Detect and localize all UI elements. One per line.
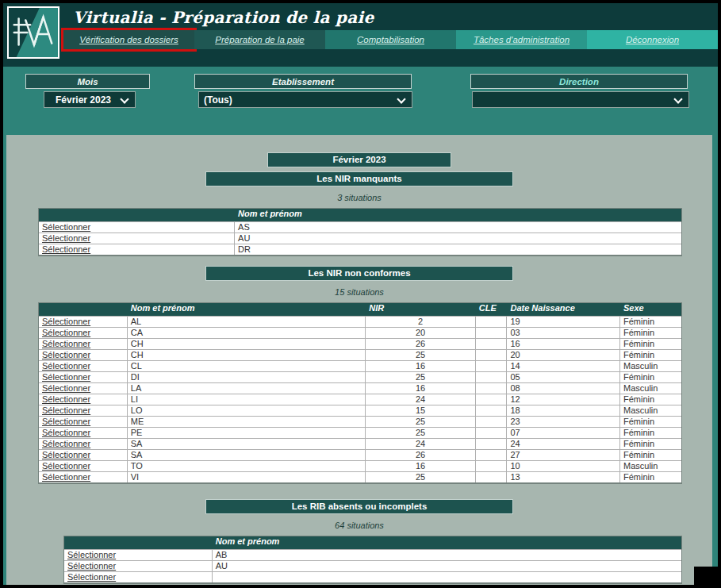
action-cell[interactable]: Sélectionner (39, 417, 128, 427)
data-cell: AU (213, 561, 681, 571)
select-link[interactable]: Sélectionner (42, 394, 90, 404)
data-cell: Masculin (620, 383, 681, 394)
action-cell[interactable]: Sélectionner (39, 222, 235, 233)
table-header-row: Nom et prénom (64, 536, 681, 549)
action-cell[interactable]: Sélectionner (39, 317, 128, 327)
action-cell[interactable]: Sélectionner (39, 372, 128, 382)
action-cell[interactable]: Sélectionner (39, 361, 128, 371)
action-cell[interactable]: Sélectionner (39, 472, 128, 482)
table-row: SélectionnerCL1614Masculin (39, 360, 681, 371)
data-cell: 26 (366, 450, 476, 460)
select-link[interactable]: Sélectionner (42, 428, 90, 437)
data-cell (476, 361, 508, 371)
data-cell: 08 (507, 383, 620, 394)
tab-deconnexion[interactable]: Déconnexion (587, 30, 718, 49)
nav-tabs: Vérification des dossiersPréparation de … (63, 30, 718, 49)
action-cell[interactable]: Sélectionner (39, 405, 128, 416)
select-link[interactable]: Sélectionner (42, 450, 90, 459)
data-cell: Féminin (620, 317, 681, 327)
action-cell[interactable]: Sélectionner (39, 439, 128, 449)
select-link[interactable]: Sélectionner (42, 328, 90, 337)
table-row: SélectionnerSA2627Féminin (39, 449, 681, 460)
column-header (64, 536, 213, 549)
table-row: SélectionnerTO1610Masculin (39, 460, 681, 471)
select-link[interactable]: Sélectionner (42, 372, 90, 382)
data-cell: Féminin (620, 428, 681, 438)
data-cell (476, 439, 508, 449)
data-cell: Féminin (620, 372, 681, 382)
table-header-row: Nom et prénomNIRCLEDate NaissanceSexe (39, 303, 681, 316)
select-link[interactable]: Sélectionner (67, 561, 116, 571)
select-link[interactable]: Sélectionner (42, 461, 90, 471)
data-cell: 25 (366, 428, 476, 438)
action-cell[interactable]: Sélectionner (39, 450, 128, 460)
action-cell[interactable]: Sélectionner (39, 383, 128, 394)
data-cell (476, 383, 508, 394)
action-cell[interactable]: Sélectionner (64, 572, 213, 582)
select-link[interactable]: Sélectionner (42, 317, 90, 326)
data-cell: SA (128, 439, 366, 449)
select-link[interactable]: Sélectionner (42, 339, 90, 348)
app-window: Virtualia - Préparation de la paie Vérif… (0, 0, 721, 588)
data-cell: Féminin (620, 417, 681, 427)
action-cell[interactable]: Sélectionner (39, 428, 128, 438)
select-link[interactable]: Sélectionner (67, 550, 116, 559)
data-cell (476, 394, 508, 405)
data-cell: 12 (507, 394, 620, 405)
action-cell[interactable]: Sélectionner (39, 350, 128, 360)
etablissement-select[interactable]: (Tous) (198, 91, 412, 108)
data-cell: Masculin (620, 361, 681, 371)
action-cell[interactable]: Sélectionner (39, 394, 128, 405)
data-cell: 27 (507, 450, 620, 460)
tab-comptabilisation[interactable]: Comptabilisation (325, 30, 456, 49)
data-cell: VI (128, 472, 366, 482)
action-cell[interactable]: Sélectionner (39, 328, 128, 338)
tab-verification-des-dossiers[interactable]: Vérification des dossiers (63, 30, 194, 49)
select-link[interactable]: Sélectionner (42, 383, 90, 393)
select-link[interactable]: Sélectionner (42, 417, 90, 426)
section-rib-absents: Les RIB absents ou incomplets 64 situati… (6, 499, 712, 584)
action-cell[interactable]: Sélectionner (39, 233, 235, 244)
select-link[interactable]: Sélectionner (42, 472, 90, 482)
table-row: SélectionnerCA2003Féminin (39, 327, 681, 338)
data-cell: SA (128, 450, 366, 460)
data-cell: DR (235, 244, 681, 255)
action-cell[interactable]: Sélectionner (39, 461, 128, 471)
select-link[interactable]: Sélectionner (42, 222, 90, 232)
data-cell: 15 (366, 405, 476, 416)
data-cell: LA (128, 383, 366, 394)
data-cell: LO (128, 405, 366, 416)
column-header (39, 303, 128, 316)
data-cell: LI (128, 394, 366, 405)
data-cell: AU (235, 233, 681, 244)
data-cell: Féminin (620, 450, 681, 460)
data-cell (476, 405, 508, 416)
column-header: NIR (366, 303, 476, 316)
mois-select[interactable]: Février 2023 (44, 91, 136, 108)
tab-preparation-de-la-paie[interactable]: Préparation de la paie (194, 30, 325, 49)
data-cell: 25 (366, 417, 476, 427)
direction-select[interactable] (472, 91, 689, 108)
data-cell: CH (128, 339, 366, 349)
tab-taches-administration[interactable]: Tâches d'administration (456, 30, 587, 49)
data-cell: 16 (366, 361, 476, 371)
section-title-banner: Les NIR manquants (205, 171, 513, 186)
select-link[interactable]: Sélectionner (42, 350, 90, 359)
action-cell[interactable]: Sélectionner (39, 339, 128, 349)
data-cell: 19 (507, 317, 620, 327)
main-content: Février 2023 Les NIR manquants 3 situati… (6, 135, 712, 585)
data-cell: CA (128, 328, 366, 338)
action-cell[interactable]: Sélectionner (64, 561, 213, 571)
data-cell (476, 317, 508, 327)
select-link[interactable]: Sélectionner (42, 244, 90, 254)
action-cell[interactable]: Sélectionner (64, 550, 213, 560)
data-cell: 07 (507, 428, 620, 438)
select-link[interactable]: Sélectionner (42, 361, 90, 371)
select-link[interactable]: Sélectionner (42, 405, 90, 415)
select-link[interactable]: Sélectionner (67, 572, 116, 582)
etablissement-select-value: (Tous) (204, 94, 232, 106)
select-link[interactable]: Sélectionner (42, 233, 90, 243)
action-cell[interactable]: Sélectionner (39, 244, 235, 255)
select-link[interactable]: Sélectionner (42, 439, 90, 448)
etablissement-label: Etablissement (194, 74, 412, 89)
